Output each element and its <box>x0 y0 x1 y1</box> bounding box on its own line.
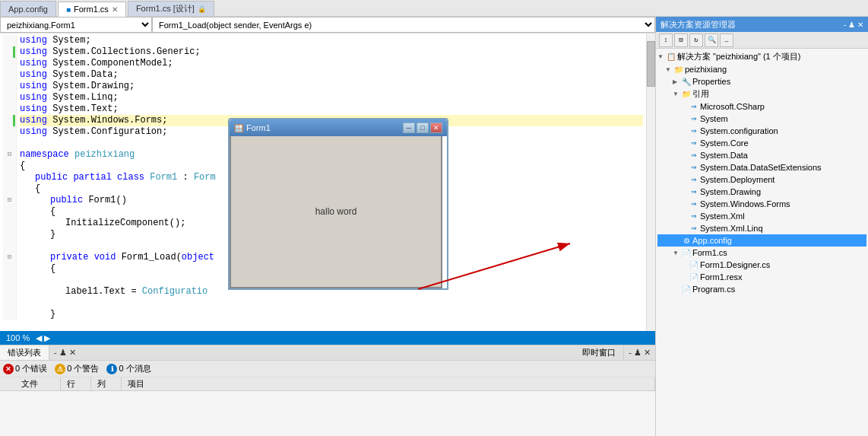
gutter-blank <box>3 138 16 149</box>
method-dropdown[interactable]: Form1_Load(object sender, EventArgs e) <box>152 17 655 33</box>
warning-count[interactable]: ⚠ 0 个警告 <box>55 363 99 374</box>
bottom-toolbar: ✕ 0 个错误 ⚠ 0 个警告 ℹ 0 个消息 <box>0 361 655 377</box>
win-titlebar: 🪟 Form1 ─ □ ✕ <box>230 119 447 136</box>
tab-error-list-label: 错误列表 <box>8 347 41 358</box>
ref-icon-7: ⇒ <box>688 186 700 197</box>
tree-item-form1cs[interactable]: 📄 Form1.cs <box>657 247 866 259</box>
tree-ref-system-core[interactable]: ⇒ System.Core <box>657 137 866 149</box>
tree-ref-system-config[interactable]: ⇒ System.configuration <box>657 125 866 137</box>
tree-ref-system[interactable]: ⇒ System <box>657 113 866 125</box>
tab-label-form1-designer: Form1.cs [设计] <box>136 3 195 14</box>
spacer <box>81 345 575 360</box>
code-line-brace6: } <box>20 309 643 320</box>
win-body: hallo word <box>230 136 442 288</box>
tree-ref-dataset-ext[interactable]: ⇒ System.Data.DataSetExtensions <box>657 161 866 173</box>
ref-icon-5: ⇒ <box>688 162 700 173</box>
tree-item-form1-designer[interactable]: 📄 Form1.Designer.cs <box>657 259 866 271</box>
tab-close-form1-cs[interactable]: ✕ <box>112 5 118 14</box>
col-header-col[interactable]: 列 <box>91 377 122 390</box>
gutter-brace1 <box>3 161 16 172</box>
win-maximize-btn[interactable]: □ <box>417 123 429 133</box>
tab-immediate-label: 即时窗口 <box>582 347 616 358</box>
col-header-file[interactable]: 文件 <box>15 377 61 390</box>
win-icon: 🪟 <box>234 124 243 132</box>
gutter-9 <box>3 126 16 138</box>
toolbar-btn-2[interactable]: ⊟ <box>674 33 688 47</box>
collapse-namespace[interactable]: ⊟ <box>3 149 16 161</box>
app-window: App.config ■ Form1.cs ✕ Form1.cs [设计] 🔒 … <box>0 0 868 436</box>
appconfig-icon: ⚙ <box>680 235 692 246</box>
col-header-project[interactable]: 项目 <box>122 377 655 390</box>
line-gutter: ⊟ ⊟ ⊟ <box>3 35 17 320</box>
scrollbar-thumb[interactable] <box>647 41 655 87</box>
toolbar-btn-4[interactable]: 🔍 <box>705 33 718 47</box>
gutter-brace6 <box>3 309 16 320</box>
code-line-3: using System.ComponentModel; <box>20 58 643 69</box>
code-line-blank4 <box>20 298 643 309</box>
tab-app-config[interactable]: App.config <box>0 1 56 16</box>
tree-item-references[interactable]: 📁 引用 <box>657 88 866 100</box>
code-line-2: using System.Collections.Generic; <box>20 46 643 58</box>
tree-ref-xml[interactable]: ⇒ System.Xml <box>657 210 866 222</box>
project-icon: 📁 <box>673 64 685 75</box>
code-line-4: using System.Data; <box>20 69 643 81</box>
error-count[interactable]: ✕ 0 个错误 <box>3 363 47 374</box>
tree-item-project[interactable]: 📁 peizhixiang <box>657 63 866 75</box>
tree-ref-deployment[interactable]: ⇒ System.Deployment <box>657 173 866 186</box>
zoom-level: 100 % <box>6 333 30 342</box>
tab-form1-designer[interactable]: Form1.cs [设计] 🔒 <box>128 1 214 16</box>
form1designer-icon: 📄 <box>688 259 700 270</box>
references-icon: 📁 <box>680 89 692 100</box>
win-minimize-btn[interactable]: ─ <box>403 123 415 133</box>
info-count[interactable]: ℹ 0 个消息 <box>106 363 150 374</box>
references-label: 引用 <box>692 88 709 100</box>
tree-ref-system-data[interactable]: ⇒ System.Data <box>657 149 866 161</box>
solution-expand <box>657 53 665 60</box>
bottom-panel-tabs: 错误列表 - ♟ ✕ 即时窗口 - ♟ ✕ <box>0 345 655 361</box>
win-close-btn[interactable]: ✕ <box>430 123 442 133</box>
code-line-5: using System.Drawing; <box>20 81 643 92</box>
properties-icon: 🔧 <box>680 76 692 87</box>
gutter-5 <box>3 81 16 92</box>
tree-item-form1-resx[interactable]: 📄 Form1.resx <box>657 271 866 283</box>
gutter-brace2 <box>3 183 16 195</box>
preview-window-container: 🪟 Form1 ─ □ ✕ hallo word <box>228 118 448 290</box>
immediate-pin: - ♟ ✕ <box>624 345 655 360</box>
project-expand <box>665 66 673 73</box>
tab-bar: App.config ■ Form1.cs ✕ Form1.cs [设计] 🔒 <box>0 0 868 17</box>
gutter-blank2 <box>3 240 16 252</box>
references-expand <box>673 91 680 97</box>
form1cs-expand <box>673 250 680 256</box>
form1cs-icon: 📄 <box>680 247 692 258</box>
properties-label: Properties <box>692 77 730 86</box>
col-header-line[interactable]: 行 <box>61 377 91 390</box>
tab-immediate[interactable]: 即时窗口 <box>575 345 624 360</box>
tab-error-list[interactable]: 错误列表 <box>0 345 49 360</box>
ref-icon-8: ⇒ <box>688 199 700 209</box>
toolbar-btn-5[interactable]: … <box>720 33 733 47</box>
solution-explorer-titlebar: 解决方案资源管理器 - ♟ ✕ <box>656 17 868 32</box>
editor-scrollbar[interactable] <box>646 33 655 331</box>
gutter-brace3 <box>3 206 16 218</box>
preview-window: 🪟 Form1 ─ □ ✕ hallo word <box>228 118 448 290</box>
toolbar-btn-3[interactable]: ↻ <box>689 33 703 47</box>
tab-form1-cs[interactable]: ■ Form1.cs ✕ <box>58 2 126 17</box>
tree-ref-xmllinq[interactable]: ⇒ System.Xml.Linq <box>657 222 866 234</box>
tree-item-appconfig[interactable]: ⚙ App.config <box>657 234 866 247</box>
class-dropdown[interactable]: peizhixiang.Form1 <box>0 17 152 33</box>
tree-ref-microsoft-csharp[interactable]: ⇒ Microsoft.CSharp <box>657 100 866 113</box>
gutter-blank3 <box>3 275 16 286</box>
bottom-panel: 错误列表 - ♟ ✕ 即时窗口 - ♟ ✕ ✕ 0 个错误 ⚠ <box>0 345 655 436</box>
tree-item-programcs[interactable]: 📄 Program.cs <box>657 283 866 295</box>
solution-explorer-panel: 解决方案资源管理器 - ♟ ✕ ↕ ⊟ ↻ 🔍 … 📋 解决方案 "peizhi… <box>655 17 868 436</box>
tree-item-solution[interactable]: 📋 解决方案 "peizhixiang" (1 个项目) <box>657 50 866 63</box>
collapse-constructor[interactable]: ⊟ <box>3 195 16 206</box>
gutter-brace4 <box>3 229 16 240</box>
tree-ref-winforms[interactable]: ⇒ System.Windows.Forms <box>657 198 866 210</box>
tree-item-properties[interactable]: 🔧 Properties <box>657 75 866 88</box>
gutter-class <box>3 172 16 183</box>
gutter-brace5 <box>3 263 16 275</box>
toolbar-btn-1[interactable]: ↕ <box>659 33 673 47</box>
collapse-formload[interactable]: ⊟ <box>3 252 16 263</box>
tree-ref-drawing[interactable]: ⇒ System.Drawing <box>657 186 866 198</box>
